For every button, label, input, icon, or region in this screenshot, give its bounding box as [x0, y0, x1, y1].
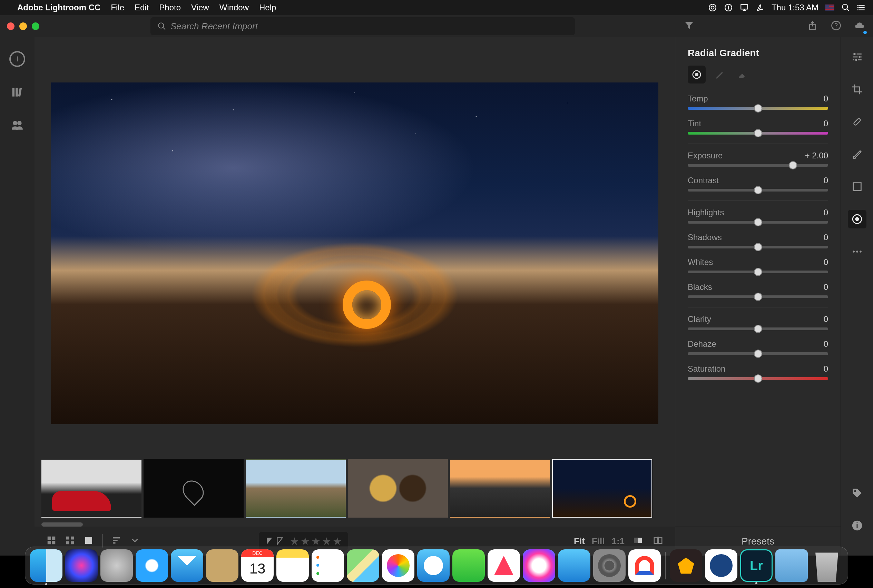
sort-dropdown[interactable]: [128, 534, 141, 548]
dock-imovie[interactable]: [670, 549, 702, 582]
keywords-tool[interactable]: [848, 484, 867, 502]
crop-tool[interactable]: [848, 80, 867, 99]
show-original-button[interactable]: [632, 534, 645, 548]
radial-gradient-tool[interactable]: [848, 210, 867, 228]
slider-track[interactable]: [688, 327, 828, 330]
slider-track[interactable]: [688, 107, 828, 110]
slider-thumb[interactable]: [789, 161, 797, 170]
slider-track[interactable]: [688, 270, 828, 273]
slider-whites[interactable]: Whites0: [688, 257, 828, 273]
slider-blacks[interactable]: Blacks0: [688, 282, 828, 298]
slider-track[interactable]: [688, 296, 828, 298]
thumbnail[interactable]: [246, 459, 346, 518]
slider-thumb[interactable]: [754, 325, 762, 333]
slider-track[interactable]: [688, 221, 828, 224]
thumbnail[interactable]: [41, 459, 141, 518]
menu-help[interactable]: Help: [259, 3, 276, 12]
dock-facetime[interactable]: [452, 549, 485, 582]
slider-contrast[interactable]: Contrast0: [688, 176, 828, 192]
help-button[interactable]: ?: [830, 19, 843, 33]
menu-edit[interactable]: Edit: [135, 3, 149, 12]
grid-view-button[interactable]: [45, 534, 58, 548]
zoom-1to1[interactable]: 1:1: [612, 536, 624, 547]
slider-thumb[interactable]: [754, 374, 762, 382]
menubar-app-icon[interactable]: [756, 3, 765, 12]
dock-lightroom[interactable]: Lr: [740, 549, 772, 582]
brush-tool[interactable]: [848, 145, 867, 164]
detail-view-button[interactable]: [82, 534, 95, 548]
search-input[interactable]: Search Recent Import: [150, 17, 575, 35]
star-1[interactable]: ★: [290, 535, 299, 547]
spotlight-icon[interactable]: [841, 3, 850, 12]
dock-news[interactable]: [488, 549, 520, 582]
square-grid-button[interactable]: [63, 534, 76, 548]
slider-track[interactable]: [688, 132, 828, 135]
compare-button[interactable]: [651, 534, 664, 548]
edit-tool[interactable]: [848, 48, 867, 66]
thumbnail-selected[interactable]: [552, 459, 652, 518]
dock-mail[interactable]: [171, 549, 203, 582]
clock[interactable]: Thu 1:53 AM: [771, 3, 819, 12]
slider-dehaze[interactable]: Dehaze0: [688, 339, 828, 355]
star-3[interactable]: ★: [311, 535, 321, 547]
dock-maps[interactable]: [347, 549, 379, 582]
slider-thumb[interactable]: [754, 268, 762, 276]
dock-reminders[interactable]: [312, 549, 344, 582]
thumbnail[interactable]: [450, 459, 550, 518]
thumbnail[interactable]: [144, 459, 244, 518]
slider-thumb[interactable]: [754, 218, 762, 226]
dock-itunes[interactable]: [523, 549, 555, 582]
menu-view[interactable]: View: [191, 3, 209, 12]
dock-appstore[interactable]: [558, 549, 590, 582]
slider-track[interactable]: [688, 164, 828, 166]
minimize-button[interactable]: [20, 22, 27, 30]
thumbnail[interactable]: [348, 459, 448, 518]
slider-tint[interactable]: Tint0: [688, 119, 828, 135]
linear-gradient-tool[interactable]: [848, 177, 867, 196]
slider-exposure[interactable]: Exposure+ 2.00: [688, 151, 828, 166]
slider-track[interactable]: [688, 352, 828, 355]
filmstrip-scrollbar[interactable]: [41, 522, 83, 526]
slider-saturation[interactable]: Saturation0: [688, 364, 828, 380]
cc-icon[interactable]: [708, 3, 717, 12]
slider-thumb[interactable]: [754, 129, 762, 137]
thumbnail-partial[interactable]: [654, 459, 668, 518]
app-name[interactable]: Adobe Lightroom CC: [17, 3, 100, 12]
photo-canvas[interactable]: [34, 37, 675, 459]
zoom-fit[interactable]: Fit: [574, 536, 585, 547]
dock-safari[interactable]: [136, 549, 168, 582]
sort-button[interactable]: [110, 534, 123, 548]
heal-tool[interactable]: [848, 112, 867, 131]
mask-brush-button[interactable]: [711, 66, 728, 84]
airplay-icon[interactable]: [740, 3, 749, 12]
dock-1password[interactable]: [705, 549, 737, 582]
dock-notes[interactable]: [276, 549, 309, 582]
star-4[interactable]: ★: [322, 535, 331, 547]
slider-track[interactable]: [688, 246, 828, 249]
dock-messages[interactable]: [417, 549, 450, 582]
menu-photo[interactable]: Photo: [159, 3, 181, 12]
flag-icon[interactable]: [825, 3, 834, 12]
slider-track[interactable]: [688, 189, 828, 192]
filter-button[interactable]: [682, 19, 696, 33]
mask-eraser-button[interactable]: [733, 66, 751, 84]
dock-trash[interactable]: [810, 549, 843, 582]
dock-launchpad[interactable]: [100, 549, 133, 582]
slider-thumb[interactable]: [754, 104, 762, 112]
star-2[interactable]: ★: [300, 535, 310, 547]
dock-magnet[interactable]: [628, 549, 661, 582]
flag-reject-icon[interactable]: [275, 537, 284, 546]
flag-pick-icon[interactable]: [265, 537, 274, 546]
slider-temp[interactable]: Temp0: [688, 94, 828, 110]
dock-calendar[interactable]: DEC13: [241, 549, 274, 582]
notification-center-icon[interactable]: [857, 3, 866, 12]
mask-new-button[interactable]: [688, 66, 706, 84]
status-icon[interactable]: [724, 3, 733, 12]
menu-file[interactable]: File: [111, 3, 124, 12]
menu-window[interactable]: Window: [219, 3, 249, 12]
dock-contacts[interactable]: [206, 549, 238, 582]
close-button[interactable]: [7, 22, 15, 30]
zoom-button[interactable]: [32, 22, 39, 30]
slider-clarity[interactable]: Clarity0: [688, 314, 828, 330]
slider-highlights[interactable]: Highlights0: [688, 208, 828, 224]
